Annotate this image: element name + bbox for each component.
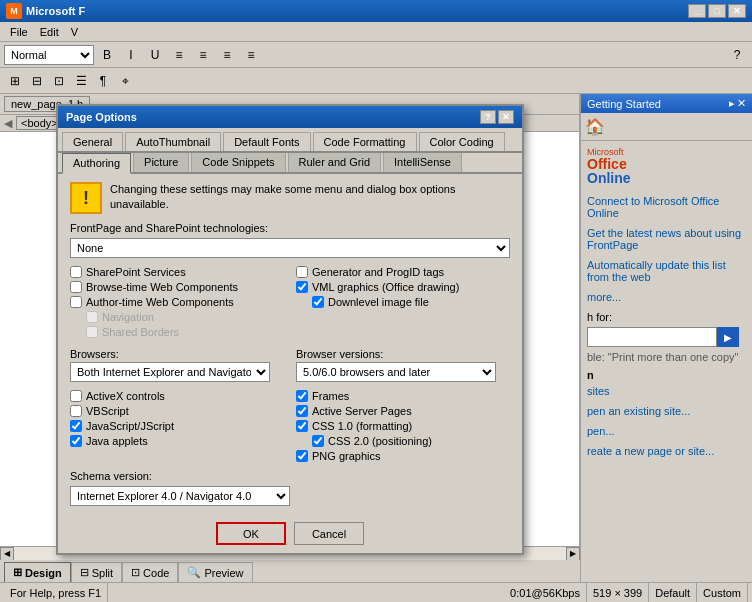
frontpage-label: FrontPage and SharePoint technologies: [70, 222, 510, 234]
frames-checkbox[interactable] [296, 390, 308, 402]
menu-view[interactable]: V [65, 24, 84, 40]
checkbox-png: PNG graphics [296, 450, 510, 462]
downlevel-checkbox[interactable] [312, 296, 324, 308]
minimize-button[interactable]: _ [688, 4, 706, 18]
tab-autothumbnail[interactable]: AutoThumbnail [125, 132, 221, 151]
menu-bar: File Edit V [0, 22, 752, 42]
dialog-buttons: OK Cancel [58, 514, 522, 553]
toolbar-row1: Normal B I U ≡ ≡ ≡ ≡ ? [0, 42, 752, 68]
search-input[interactable] [587, 327, 717, 347]
author-time-checkbox[interactable] [70, 296, 82, 308]
status-help: For Help, press F1 [4, 583, 108, 602]
online-label: Online [587, 171, 631, 185]
dialog-content: ! Changing these settings may make some … [58, 174, 522, 514]
browse-time-checkbox[interactable] [70, 281, 82, 293]
close-button[interactable]: ✕ [728, 4, 746, 18]
search-label: h for: [587, 311, 746, 323]
toolbar2-btn-2[interactable]: ⊟ [26, 71, 48, 91]
menu-edit[interactable]: Edit [34, 24, 65, 40]
navigation-checkbox [86, 311, 98, 323]
link-sites[interactable]: sites [587, 381, 746, 401]
dialog-titlebar: Page Options ? ✕ [58, 106, 522, 128]
toolbar-btn-6[interactable]: ≡ [216, 45, 238, 65]
status-custom[interactable]: Custom [697, 583, 748, 602]
toolbar-btn-7[interactable]: ≡ [240, 45, 262, 65]
link-open[interactable]: pen... [587, 421, 746, 441]
status-size: 519 × 399 [587, 583, 649, 602]
checkbox-sharepoint: SharePoint Services [70, 266, 284, 278]
link-connect[interactable]: Connect to Microsoft Office Online [587, 191, 746, 223]
browsers-dropdown[interactable]: Both Internet Explorer and Navigator Int… [70, 362, 270, 382]
search-box: ▶ [587, 327, 746, 347]
png-checkbox[interactable] [296, 450, 308, 462]
browser-features-left: ActiveX controls VBScript JavaScript/JSc… [70, 390, 284, 462]
app-titlebar: M Microsoft F _ □ ✕ [0, 0, 752, 22]
toolbar-btn-5[interactable]: ≡ [192, 45, 214, 65]
checkbox-activex: ActiveX controls [70, 390, 284, 402]
link-news[interactable]: Get the latest news about using FrontPag… [587, 223, 746, 255]
tab-color-coding[interactable]: Color Coding [419, 132, 505, 151]
tab-code-formatting[interactable]: Code Formatting [313, 132, 417, 151]
maximize-button[interactable]: □ [708, 4, 726, 18]
checkbox-javascript: JavaScript/JScript [70, 420, 284, 432]
toolbar2-btn-3[interactable]: ⊡ [48, 71, 70, 91]
css1-checkbox[interactable] [296, 420, 308, 432]
tab-intellisense[interactable]: IntelliSense [383, 153, 462, 172]
toolbar-btn-3[interactable]: U [144, 45, 166, 65]
ok-button[interactable]: OK [216, 522, 286, 545]
java-checkbox[interactable] [70, 435, 82, 447]
tab-picture[interactable]: Picture [133, 153, 189, 172]
panel-close-btn[interactable]: ✕ [737, 97, 746, 110]
checkbox-navigation: Navigation [86, 311, 284, 323]
checkbox-vbscript: VBScript [70, 405, 284, 417]
toolbar2-btn-5[interactable]: ¶ [92, 71, 114, 91]
cancel-button[interactable]: Cancel [294, 522, 364, 545]
schema-dropdown[interactable]: Internet Explorer 4.0 / Navigator 4.0 In… [70, 486, 290, 506]
vbscript-checkbox[interactable] [70, 405, 82, 417]
tab-default-fonts[interactable]: Default Fonts [223, 132, 310, 151]
toolbar-btn-2[interactable]: I [120, 45, 142, 65]
toolbar-btn-4[interactable]: ≡ [168, 45, 190, 65]
activex-checkbox[interactable] [70, 390, 82, 402]
toolbar-btn-1[interactable]: B [96, 45, 118, 65]
home-icon[interactable]: 🏠 [585, 118, 605, 135]
checkbox-vml: VML graphics (Office drawing) [296, 281, 510, 293]
generator-checkbox[interactable] [296, 266, 308, 278]
css2-checkbox[interactable] [312, 435, 324, 447]
link-open-existing[interactable]: pen an existing site... [587, 401, 746, 421]
search-button[interactable]: ▶ [717, 327, 739, 347]
link-more[interactable]: more... [587, 287, 746, 307]
toolbar2-btn-1[interactable]: ⊞ [4, 71, 26, 91]
tab-code-snippets[interactable]: Code Snippets [191, 153, 285, 172]
tab-general[interactable]: General [62, 132, 123, 151]
dialog-overlay: Page Options ? ✕ General AutoThumbnail D… [0, 94, 580, 602]
toolbar-btn-help[interactable]: ? [726, 45, 748, 65]
link-update[interactable]: Automatically update this list from the … [587, 255, 746, 287]
javascript-checkbox[interactable] [70, 420, 82, 432]
asp-checkbox[interactable] [296, 405, 308, 417]
toolbar2-btn-6[interactable]: ⌖ [114, 71, 136, 91]
menu-file[interactable]: File [4, 24, 34, 40]
browser-features-right: Frames Active Server Pages CSS 1.0 (form… [296, 390, 510, 462]
sharepoint-checkbox[interactable] [70, 266, 82, 278]
checkbox-css1: CSS 1.0 (formatting) [296, 420, 510, 432]
browser-versions-dropdown[interactable]: 5.0/6.0 browsers and later 4.0 browsers … [296, 362, 496, 382]
checkboxes-section: SharePoint Services Browse-time Web Comp… [70, 266, 510, 338]
toolbar2-btn-4[interactable]: ☰ [70, 71, 92, 91]
panel-expand-btn[interactable]: ▸ [729, 97, 735, 110]
tab-ruler-grid[interactable]: Ruler and Grid [288, 153, 382, 172]
schema-label: Schema version: [70, 470, 510, 482]
checkbox-shared-borders: Shared Borders [86, 326, 284, 338]
link-create[interactable]: reate a new page or site... [587, 441, 746, 461]
dialog-close-btn[interactable]: ✕ [498, 110, 514, 124]
search-notice: ble: "Print more than one copy" [587, 351, 746, 363]
office-branding: Microsoft Office Online [587, 147, 746, 185]
vml-checkbox[interactable] [296, 281, 308, 293]
browsers-label: Browsers: [70, 348, 284, 360]
checkbox-java: Java applets [70, 435, 284, 447]
frontpage-dropdown[interactable]: None FrontPage Server Extensions SharePo… [70, 238, 510, 258]
dialog-help-btn[interactable]: ? [480, 110, 496, 124]
style-dropdown[interactable]: Normal [4, 45, 94, 65]
tab-authoring[interactable]: Authoring [62, 153, 131, 174]
dialog-tab-row2: Authoring Picture Code Snippets Ruler an… [58, 153, 522, 174]
